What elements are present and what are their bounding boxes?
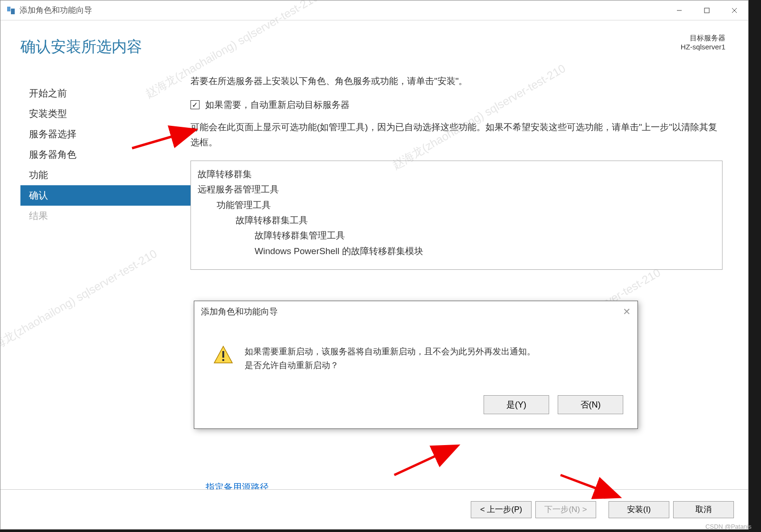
feature-item: 故障转移群集 (198, 167, 715, 182)
annotation-arrow-2 (394, 442, 470, 482)
dialog-message: 如果需要重新启动，该服务器将自动重新启动，且不会为此另外再发出通知。 是否允许自… (245, 345, 535, 372)
dialog-close-icon[interactable]: ✕ (623, 306, 631, 317)
feature-item: 故障转移群集管理工具 (198, 228, 715, 243)
window-title: 添加角色和功能向导 (19, 5, 666, 16)
annotation-arrow-1 (132, 124, 203, 155)
svg-rect-1 (11, 9, 15, 14)
svg-rect-0 (7, 7, 10, 11)
feature-item: Windows PowerShell 的故障转移群集模块 (198, 244, 715, 259)
sidebar-item-install-type[interactable]: 安装类型 (20, 104, 190, 124)
main-layout: 开始之前 安装类型 服务器选择 服务器角色 功能 确认 结果 若要在所选服务器上… (20, 75, 728, 270)
app-icon (6, 6, 16, 15)
cancel-button[interactable]: 取消 (673, 501, 734, 518)
install-instruction: 若要在所选服务器上安装以下角色、角色服务或功能，请单击"安装"。 (190, 75, 723, 88)
wizard-steps-sidebar: 开始之前 安装类型 服务器选择 服务器角色 功能 确认 结果 (20, 75, 190, 270)
dialog-yes-button[interactable]: 是(Y) (484, 395, 549, 414)
dialog-no-button[interactable]: 否(N) (558, 395, 623, 414)
previous-button[interactable]: < 上一步(P) (471, 501, 532, 518)
annotation-arrow-3 (561, 470, 627, 505)
optional-features-note: 可能会在此页面上显示可选功能(如管理工具)，因为已自动选择这些功能。如果不希望安… (190, 120, 723, 151)
sidebar-item-features[interactable]: 功能 (20, 165, 190, 185)
target-server-info: 目标服务器 HZ-sqlserver1 (681, 34, 725, 51)
maximize-button[interactable] (693, 1, 721, 19)
dialog-body: 如果需要重新启动，该服务器将自动重新启动，且不会为此另外再发出通知。 是否允许自… (194, 322, 637, 395)
svg-rect-3 (704, 8, 709, 13)
dialog-title-text: 添加角色和功能向导 (201, 306, 278, 317)
sidebar-item-results: 结果 (20, 206, 190, 226)
dialog-titlebar: 添加角色和功能向导 ✕ (194, 301, 637, 322)
target-server-name: HZ-sqlserver1 (681, 43, 725, 51)
sidebar-item-before-begin[interactable]: 开始之前 (20, 83, 190, 104)
dialog-line2: 是否允许自动重新启动？ (245, 359, 535, 372)
wizard-footer: < 上一步(P) 下一步(N) > 安装(I) 取消 (0, 489, 748, 529)
svg-line-14 (561, 475, 618, 496)
main-panel: 若要在所选服务器上安装以下角色、角色服务或功能，请单击"安装"。 ✓ 如果需要，… (190, 75, 728, 270)
svg-rect-7 (222, 351, 224, 358)
feature-item: 功能管理工具 (198, 198, 715, 213)
auto-restart-label: 如果需要，自动重新启动目标服务器 (205, 99, 350, 111)
wizard-window: 添加角色和功能向导 确认安装所选内容 目标服务器 HZ-sqlserver1 开… (0, 0, 749, 530)
svg-rect-8 (222, 359, 224, 361)
auto-restart-row: ✓ 如果需要，自动重新启动目标服务器 (190, 99, 723, 111)
target-server-label: 目标服务器 (681, 34, 725, 43)
auto-restart-checkbox[interactable]: ✓ (190, 100, 200, 109)
svg-line-12 (394, 446, 456, 475)
dialog-line1: 如果需要重新启动，该服务器将自动重新启动，且不会为此另外再发出通知。 (245, 345, 535, 359)
feature-item: 故障转移群集工具 (198, 213, 715, 228)
minimize-button[interactable] (666, 1, 693, 19)
restart-confirmation-dialog: 添加角色和功能向导 ✕ 如果需要重新启动，该服务器将自动重新启动，且不会为此另外… (194, 301, 638, 429)
svg-line-10 (132, 130, 194, 148)
warning-icon (213, 345, 233, 365)
feature-item: 远程服务器管理工具 (198, 182, 715, 197)
close-button[interactable] (721, 1, 748, 19)
page-title: 确认安装所选内容 (20, 37, 728, 57)
window-controls (666, 1, 748, 19)
credit-text: CSDN @Patanis (705, 523, 751, 530)
features-list: 故障转移群集 远程服务器管理工具 功能管理工具 故障转移群集工具 故障转移群集管… (190, 161, 723, 270)
sidebar-item-confirmation[interactable]: 确认 (20, 185, 190, 206)
titlebar: 添加角色和功能向导 (0, 0, 748, 20)
dialog-footer: 是(Y) 否(N) (194, 395, 637, 428)
